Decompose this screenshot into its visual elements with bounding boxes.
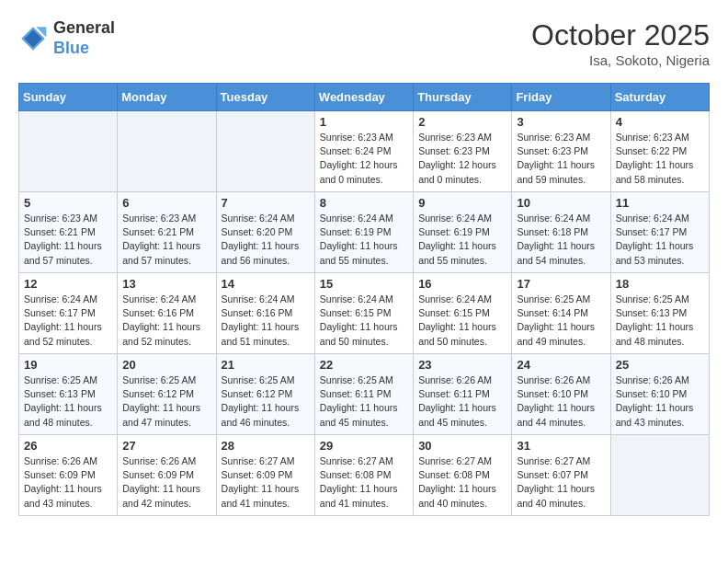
day-number: 6 xyxy=(122,196,210,210)
day-number: 29 xyxy=(320,439,408,453)
calendar-cell: 27Sunrise: 6:26 AM Sunset: 6:09 PM Dayli… xyxy=(118,435,216,516)
day-number: 11 xyxy=(616,196,704,210)
calendar-cell: 29Sunrise: 6:27 AM Sunset: 6:08 PM Dayli… xyxy=(314,435,413,516)
calendar-table: SundayMondayTuesdayWednesdayThursdayFrid… xyxy=(18,83,710,516)
logo-text: General Blue xyxy=(53,18,115,58)
day-detail: Sunrise: 6:24 AM Sunset: 6:17 PM Dayligh… xyxy=(616,212,704,268)
day-number: 26 xyxy=(24,439,112,453)
day-number: 22 xyxy=(320,358,408,372)
calendar-cell xyxy=(216,111,314,192)
day-number: 5 xyxy=(24,196,112,210)
day-number: 4 xyxy=(616,115,704,129)
calendar-week-5: 26Sunrise: 6:26 AM Sunset: 6:09 PM Dayli… xyxy=(19,435,710,516)
day-number: 31 xyxy=(517,439,605,453)
day-detail: Sunrise: 6:25 AM Sunset: 6:13 PM Dayligh… xyxy=(24,373,112,430)
day-detail: Sunrise: 6:24 AM Sunset: 6:20 PM Dayligh… xyxy=(222,212,310,268)
calendar-cell: 19Sunrise: 6:25 AM Sunset: 6:13 PM Dayli… xyxy=(19,354,118,435)
calendar-cell: 12Sunrise: 6:24 AM Sunset: 6:17 PM Dayli… xyxy=(19,273,118,354)
calendar-cell: 8Sunrise: 6:24 AM Sunset: 6:19 PM Daylig… xyxy=(314,192,413,273)
day-detail: Sunrise: 6:24 AM Sunset: 6:19 PM Dayligh… xyxy=(320,212,408,268)
page-header: General Blue October 2025 Isa, Sokoto, N… xyxy=(18,18,710,68)
day-detail: Sunrise: 6:26 AM Sunset: 6:10 PM Dayligh… xyxy=(616,373,704,430)
day-number: 30 xyxy=(418,439,506,453)
day-number: 9 xyxy=(418,196,506,210)
calendar-body: 1Sunrise: 6:23 AM Sunset: 6:24 PM Daylig… xyxy=(19,111,710,516)
day-detail: Sunrise: 6:26 AM Sunset: 6:09 PM Dayligh… xyxy=(122,454,210,511)
calendar-cell xyxy=(19,111,118,192)
calendar-cell xyxy=(610,435,709,516)
calendar-cell: 3Sunrise: 6:23 AM Sunset: 6:23 PM Daylig… xyxy=(512,111,610,192)
day-detail: Sunrise: 6:24 AM Sunset: 6:15 PM Dayligh… xyxy=(320,293,408,349)
day-number: 16 xyxy=(418,277,506,291)
logo-icon xyxy=(18,24,48,53)
calendar-cell: 18Sunrise: 6:25 AM Sunset: 6:13 PM Dayli… xyxy=(610,273,709,354)
day-number: 10 xyxy=(517,196,605,210)
day-detail: Sunrise: 6:24 AM Sunset: 6:19 PM Dayligh… xyxy=(418,212,506,268)
weekday-header-monday: Monday xyxy=(118,84,216,111)
calendar-cell: 15Sunrise: 6:24 AM Sunset: 6:15 PM Dayli… xyxy=(314,273,413,354)
day-number: 15 xyxy=(320,277,408,291)
location-subtitle: Isa, Sokoto, Nigeria xyxy=(531,52,710,68)
title-block: October 2025 Isa, Sokoto, Nigeria xyxy=(531,18,710,68)
day-number: 12 xyxy=(24,277,112,291)
day-detail: Sunrise: 6:25 AM Sunset: 6:12 PM Dayligh… xyxy=(222,373,310,430)
day-number: 17 xyxy=(517,277,605,291)
calendar-cell: 4Sunrise: 6:23 AM Sunset: 6:22 PM Daylig… xyxy=(610,111,709,192)
day-number: 14 xyxy=(222,277,310,291)
calendar-cell: 2Sunrise: 6:23 AM Sunset: 6:23 PM Daylig… xyxy=(414,111,512,192)
calendar-cell: 6Sunrise: 6:23 AM Sunset: 6:21 PM Daylig… xyxy=(118,192,216,273)
svg-marker-1 xyxy=(24,29,41,47)
calendar-cell: 7Sunrise: 6:24 AM Sunset: 6:20 PM Daylig… xyxy=(216,192,314,273)
day-number: 7 xyxy=(222,196,310,210)
calendar-week-4: 19Sunrise: 6:25 AM Sunset: 6:13 PM Dayli… xyxy=(19,354,710,435)
day-detail: Sunrise: 6:23 AM Sunset: 6:22 PM Dayligh… xyxy=(616,131,704,187)
weekday-header-saturday: Saturday xyxy=(610,84,709,111)
day-detail: Sunrise: 6:25 AM Sunset: 6:11 PM Dayligh… xyxy=(320,373,408,430)
calendar-week-1: 1Sunrise: 6:23 AM Sunset: 6:24 PM Daylig… xyxy=(19,111,710,192)
day-number: 25 xyxy=(616,358,704,372)
calendar-cell: 16Sunrise: 6:24 AM Sunset: 6:15 PM Dayli… xyxy=(414,273,512,354)
day-detail: Sunrise: 6:27 AM Sunset: 6:08 PM Dayligh… xyxy=(418,454,506,511)
calendar-cell: 9Sunrise: 6:24 AM Sunset: 6:19 PM Daylig… xyxy=(414,192,512,273)
weekday-header-friday: Friday xyxy=(512,84,610,111)
calendar-header: SundayMondayTuesdayWednesdayThursdayFrid… xyxy=(19,84,710,111)
calendar-cell: 5Sunrise: 6:23 AM Sunset: 6:21 PM Daylig… xyxy=(19,192,118,273)
day-detail: Sunrise: 6:24 AM Sunset: 6:15 PM Dayligh… xyxy=(418,293,506,349)
day-number: 27 xyxy=(122,439,210,453)
day-detail: Sunrise: 6:23 AM Sunset: 6:21 PM Dayligh… xyxy=(122,212,210,268)
weekday-header-thursday: Thursday xyxy=(414,84,512,111)
calendar-cell: 23Sunrise: 6:26 AM Sunset: 6:11 PM Dayli… xyxy=(414,354,512,435)
calendar-cell: 10Sunrise: 6:24 AM Sunset: 6:18 PM Dayli… xyxy=(512,192,610,273)
weekday-header-sunday: Sunday xyxy=(19,84,118,111)
weekday-header-tuesday: Tuesday xyxy=(216,84,314,111)
calendar-cell: 30Sunrise: 6:27 AM Sunset: 6:08 PM Dayli… xyxy=(414,435,512,516)
calendar-week-2: 5Sunrise: 6:23 AM Sunset: 6:21 PM Daylig… xyxy=(19,192,710,273)
month-title: October 2025 xyxy=(531,18,710,52)
day-number: 23 xyxy=(418,358,506,372)
day-detail: Sunrise: 6:23 AM Sunset: 6:23 PM Dayligh… xyxy=(517,131,605,187)
calendar-cell: 1Sunrise: 6:23 AM Sunset: 6:24 PM Daylig… xyxy=(314,111,413,192)
day-detail: Sunrise: 6:25 AM Sunset: 6:13 PM Dayligh… xyxy=(616,293,704,349)
calendar-cell: 26Sunrise: 6:26 AM Sunset: 6:09 PM Dayli… xyxy=(19,435,118,516)
calendar-cell: 31Sunrise: 6:27 AM Sunset: 6:07 PM Dayli… xyxy=(512,435,610,516)
calendar-cell xyxy=(118,111,216,192)
weekday-header-wednesday: Wednesday xyxy=(314,84,413,111)
day-detail: Sunrise: 6:23 AM Sunset: 6:24 PM Dayligh… xyxy=(320,131,408,187)
day-number: 21 xyxy=(222,358,310,372)
calendar-week-3: 12Sunrise: 6:24 AM Sunset: 6:17 PM Dayli… xyxy=(19,273,710,354)
weekday-header-row: SundayMondayTuesdayWednesdayThursdayFrid… xyxy=(19,84,710,111)
calendar-cell: 25Sunrise: 6:26 AM Sunset: 6:10 PM Dayli… xyxy=(610,354,709,435)
day-detail: Sunrise: 6:23 AM Sunset: 6:23 PM Dayligh… xyxy=(418,131,506,187)
day-detail: Sunrise: 6:26 AM Sunset: 6:10 PM Dayligh… xyxy=(517,373,605,430)
calendar-cell: 21Sunrise: 6:25 AM Sunset: 6:12 PM Dayli… xyxy=(216,354,314,435)
day-detail: Sunrise: 6:25 AM Sunset: 6:12 PM Dayligh… xyxy=(122,373,210,430)
day-number: 28 xyxy=(222,439,310,453)
day-number: 20 xyxy=(122,358,210,372)
calendar-cell: 22Sunrise: 6:25 AM Sunset: 6:11 PM Dayli… xyxy=(314,354,413,435)
day-detail: Sunrise: 6:24 AM Sunset: 6:18 PM Dayligh… xyxy=(517,212,605,268)
day-detail: Sunrise: 6:27 AM Sunset: 6:07 PM Dayligh… xyxy=(517,454,605,511)
day-number: 8 xyxy=(320,196,408,210)
day-detail: Sunrise: 6:26 AM Sunset: 6:11 PM Dayligh… xyxy=(418,373,506,430)
day-detail: Sunrise: 6:24 AM Sunset: 6:16 PM Dayligh… xyxy=(222,293,310,349)
day-detail: Sunrise: 6:23 AM Sunset: 6:21 PM Dayligh… xyxy=(24,212,112,268)
